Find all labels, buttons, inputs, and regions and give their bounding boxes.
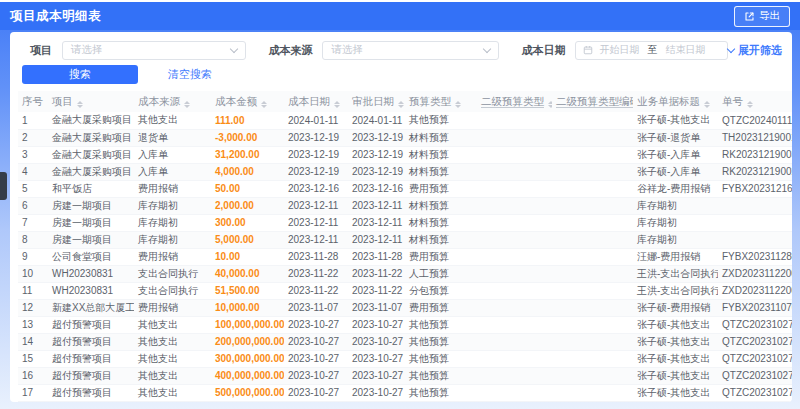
column-header-label: 审批日期 (352, 95, 394, 107)
column-header-7[interactable]: 预算类型 (405, 91, 477, 112)
column-header-label: 序号 (22, 95, 43, 107)
table-cell (477, 248, 552, 265)
table-cell: 2023-12-11 (348, 231, 405, 248)
export-button[interactable]: 导出 (734, 6, 790, 27)
table-cell (718, 214, 792, 231)
table-cell: 其他支出 (134, 350, 211, 367)
table-cell: 2 (18, 129, 48, 146)
table-cell (552, 112, 633, 129)
table-cell: 12 (18, 299, 48, 316)
export-button-label: 导出 (759, 9, 780, 23)
table-cell: RK20231219003 (718, 146, 792, 163)
table-cell: 2023-12-19 (348, 146, 405, 163)
table-cell: 退货单 (134, 129, 211, 146)
chevron-down-icon (230, 44, 238, 52)
table-cell: 超付预警项目 (48, 384, 134, 401)
project-select[interactable]: 请选择 (62, 41, 246, 60)
table-cell (552, 214, 633, 231)
table-cell: 入库单 (134, 146, 211, 163)
column-header-11[interactable]: 单号 (718, 91, 792, 112)
column-header-label: 业务单据标题 (637, 95, 700, 107)
cost-source-filter-label: 成本来源 (268, 43, 312, 58)
table-cell: 张子硕-退货单 (633, 129, 718, 146)
table-cell: QTZC20231027002 (718, 316, 792, 333)
table-cell (477, 112, 552, 129)
table-cell: 张子硕-其他支出 (633, 350, 718, 367)
table-cell (552, 333, 633, 350)
table-cell: 库存期初 (633, 214, 718, 231)
column-header-label: 二级预算类型 (481, 95, 544, 107)
chevron-down-icon (483, 44, 491, 52)
table-cell (477, 265, 552, 282)
table-row: 8房建一期项目库存期初5,000.002023-12-112023-12-11材… (18, 231, 792, 248)
cost-source-select[interactable]: 请选择 (322, 41, 499, 60)
table-cell: 超付预警项目 (48, 333, 134, 350)
table-cell: 其他支出 (134, 384, 211, 401)
project-select-placeholder: 请选择 (71, 43, 231, 57)
table-row: 10WH20230831支出合同执行40,000.002023-11-22202… (18, 265, 792, 282)
table-cell: 31,200.00 (211, 146, 284, 163)
table-cell: 4,000.00 (211, 163, 284, 180)
export-icon (744, 11, 755, 22)
clear-search-link[interactable]: 清空搜索 (168, 67, 212, 82)
table-cell: FYBX20231128001 (718, 248, 792, 265)
column-header-3[interactable]: 成本来源 (134, 91, 211, 112)
table-cell: -3,000.00 (211, 129, 284, 146)
table-row: 11WH20230831支出合同执行51,500.002023-11-22202… (18, 282, 792, 299)
table-cell (477, 180, 552, 197)
table-cell: 10.00 (211, 248, 284, 265)
column-header-5[interactable]: 成本日期 (284, 91, 348, 112)
table-cell: 谷祥龙-费用报销 (633, 180, 718, 197)
table-cell: 汪娜-费用报销 (633, 248, 718, 265)
table-cell: 库存期初 (134, 231, 211, 248)
table-cell: QTZC20240111001 (718, 112, 792, 129)
table-cell: 其他预算 (405, 384, 477, 401)
table-cell: 2023-10-27 (284, 316, 348, 333)
column-header-1: 序号 (18, 91, 48, 112)
table-cell: 房建一期项目 (48, 214, 134, 231)
table-cell: FYBX20231107001 (718, 299, 792, 316)
column-header-6[interactable]: 审批日期 (348, 91, 405, 112)
table-cell: 2023-11-28 (348, 248, 405, 265)
date-range-input[interactable]: 开始日期 至 结束日期 (575, 41, 728, 60)
column-header-8[interactable]: 二级预算类型 (477, 91, 552, 112)
expand-filter-link[interactable]: 展开筛选 (728, 43, 784, 58)
table-cell: 2023-12-16 (284, 180, 348, 197)
table-cell: 17 (18, 384, 48, 401)
search-button[interactable]: 搜索 (22, 65, 138, 84)
sort-arrows-icon (184, 101, 190, 109)
column-header-label: 预算类型 (409, 95, 451, 107)
column-header-2[interactable]: 项目 (48, 91, 134, 112)
table-cell: 100,000,000.00 (211, 316, 284, 333)
table-cell: 支出合同执行 (134, 265, 211, 282)
table-cell: 金融大厦采购项目 (48, 129, 134, 146)
side-drawer-handle[interactable] (0, 172, 7, 200)
table-cell (552, 180, 633, 197)
table-cell: 10,000.00 (211, 299, 284, 316)
table-cell (477, 367, 552, 384)
table-cell (477, 214, 552, 231)
table-cell: QTZC20231027002 (718, 333, 792, 350)
table-cell: 2023-12-11 (348, 214, 405, 231)
table-cell: 51,500.00 (211, 282, 284, 299)
table-cell: 费用预算 (405, 248, 477, 265)
table-cell (552, 350, 633, 367)
cost-date-filter-label: 成本日期 (521, 43, 565, 58)
table-cell: 5,000.00 (211, 231, 284, 248)
table-cell: FYBX20231216001 (718, 180, 792, 197)
table-cell: 房建一期项目 (48, 197, 134, 214)
table-cell (552, 248, 633, 265)
table-cell: 2023-11-22 (284, 265, 348, 282)
table-cell (552, 316, 633, 333)
sort-arrows-icon (548, 101, 552, 109)
column-header-4[interactable]: 成本金额 (211, 91, 284, 112)
table-cell: 2023-10-27 (284, 384, 348, 401)
column-header-10[interactable]: 业务单据标题 (633, 91, 718, 112)
table-cell (552, 197, 633, 214)
table-cell: QTZC20231027002 (718, 384, 792, 401)
chevron-down-icon (727, 45, 735, 53)
table-cell (552, 367, 633, 384)
column-header-9[interactable]: 二级预算类型编码 (552, 91, 633, 112)
page-header-bar: 项目成本明细表 导出 (0, 2, 800, 30)
table-cell: 材料预算 (405, 214, 477, 231)
